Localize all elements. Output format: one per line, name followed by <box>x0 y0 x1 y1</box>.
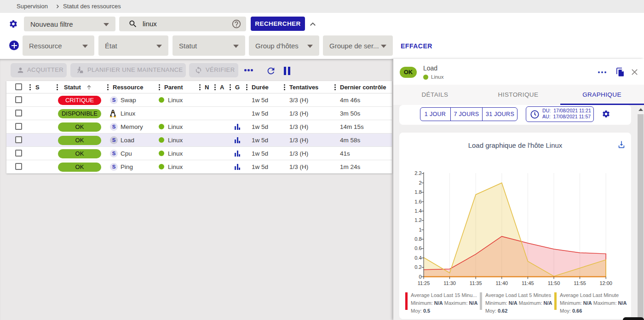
svg-text:0.8: 0.8 <box>414 236 421 242</box>
svg-text:0.2: 0.2 <box>414 264 421 270</box>
svg-text:0: 0 <box>419 274 421 279</box>
svg-text:1.4: 1.4 <box>414 208 421 214</box>
svg-text:1.8: 1.8 <box>414 189 421 195</box>
svg-text:11:25: 11:25 <box>418 280 430 286</box>
svg-text:1: 1 <box>419 227 421 233</box>
svg-text:0.4: 0.4 <box>414 255 421 261</box>
svg-text:11:35: 11:35 <box>470 280 482 286</box>
svg-text:11:40: 11:40 <box>495 280 508 286</box>
svg-text:12:00: 12:00 <box>599 280 612 286</box>
svg-text:11:50: 11:50 <box>548 280 560 286</box>
svg-text:11:45: 11:45 <box>522 280 534 286</box>
svg-text:11:55: 11:55 <box>574 280 586 286</box>
svg-text:1.6: 1.6 <box>414 199 421 204</box>
svg-text:0.6: 0.6 <box>414 245 421 251</box>
svg-text:2.2: 2.2 <box>414 170 421 176</box>
svg-text:2: 2 <box>419 180 421 186</box>
svg-text:11:30: 11:30 <box>443 280 456 286</box>
svg-text:1.2: 1.2 <box>414 217 421 223</box>
